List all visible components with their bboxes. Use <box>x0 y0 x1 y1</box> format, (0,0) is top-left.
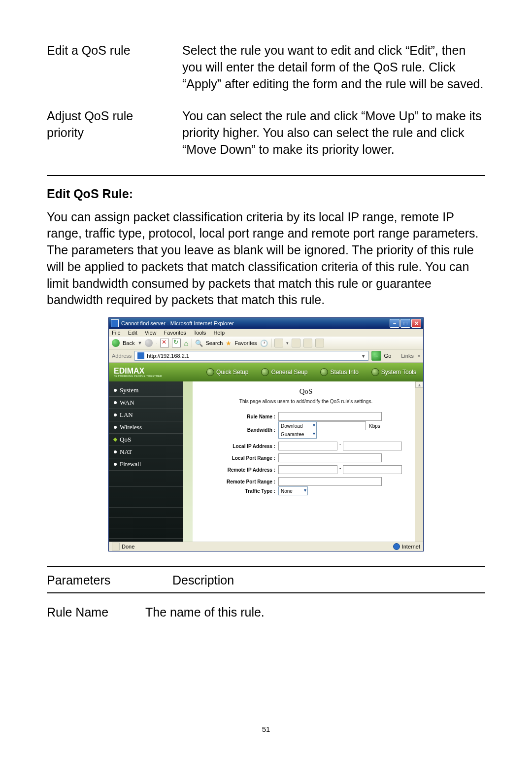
back-label[interactable]: Back <box>123 340 134 346</box>
desc-adjust-priority: You can select the rule and click “Move … <box>182 105 485 171</box>
divider <box>47 175 485 176</box>
label-kbps: Kbps <box>366 423 380 429</box>
favorites-icon[interactable]: ★ <box>226 340 232 347</box>
menu-favorites[interactable]: Favorites <box>164 330 186 336</box>
menu-file[interactable]: File <box>112 330 121 336</box>
ie-icon <box>111 319 119 327</box>
status-icon <box>112 543 120 551</box>
address-label: Address <box>112 353 132 359</box>
search-icon[interactable]: 🔍 <box>195 340 203 347</box>
desc-rule-name: The name of this rule. <box>145 605 265 619</box>
nav-status-info[interactable]: Status Info <box>320 368 358 376</box>
select-bandwidth-direction[interactable]: Download <box>278 421 317 430</box>
input-bandwidth-value[interactable] <box>317 421 366 430</box>
url-input[interactable]: http://192.168.2.1 ▼ <box>134 351 368 361</box>
header-description: Description <box>172 573 234 587</box>
menubar: File Edit View Favorites Tools Help <box>109 329 423 337</box>
menu-help[interactable]: Help <box>213 330 225 336</box>
label-traffic-type: Traffic Type : <box>201 488 278 494</box>
favorites-label[interactable]: Favorites <box>234 340 257 346</box>
label-local-ip: Local IP Address : <box>201 444 278 449</box>
home-icon[interactable]: ⌂ <box>184 340 188 347</box>
input-local-ip-from[interactable] <box>278 442 337 450</box>
input-rule-name[interactable] <box>278 412 382 421</box>
section-title: Edit QoS Rule: <box>47 187 485 201</box>
go-button[interactable]: → <box>371 351 381 361</box>
window-title: Cannot find server - Microsoft Internet … <box>121 320 390 326</box>
sidebar-item-qos[interactable]: QoS <box>109 434 183 446</box>
toolbar-misc-icon[interactable] <box>303 339 312 347</box>
nav-general-setup[interactable]: General Seup <box>261 368 307 376</box>
sidebar-item-wan[interactable]: WAN <box>109 397 183 409</box>
scrollbar[interactable] <box>415 381 423 542</box>
window-titlebar: Cannot find server - Microsoft Internet … <box>109 318 423 329</box>
input-local-port[interactable] <box>278 453 382 462</box>
label-bandwidth: Bandwidth : <box>201 427 278 433</box>
desc-edit-qos: Select the rule you want to edit and cli… <box>182 39 485 105</box>
toolbar-misc-icon[interactable] <box>274 339 283 347</box>
input-remote-port[interactable] <box>278 477 382 486</box>
refresh-icon[interactable] <box>172 339 181 347</box>
page-description: This page allows users to add/modify the… <box>201 399 410 404</box>
nav-icon <box>320 368 328 376</box>
sidebar-item-wireless[interactable]: Wireless <box>109 421 183 434</box>
status-text: Done <box>122 544 134 550</box>
stop-icon[interactable] <box>160 339 169 347</box>
minimize-button[interactable]: – <box>390 319 399 328</box>
history-icon[interactable]: 🕐 <box>260 340 268 347</box>
nav-icon <box>261 368 269 376</box>
links-label[interactable]: Links <box>401 353 414 359</box>
dash: - <box>337 465 343 474</box>
maximize-button[interactable]: □ <box>400 319 410 328</box>
chevron-down-icon[interactable]: ▼ <box>361 353 366 359</box>
brand-tagline: NETWORKING PEOPLE TOGETHER <box>114 375 193 378</box>
input-remote-ip-to[interactable] <box>343 465 402 474</box>
nav-icon <box>206 368 214 376</box>
divider <box>47 566 485 567</box>
menu-edit[interactable]: Edit <box>128 330 137 336</box>
toolbar-misc-icon[interactable] <box>292 339 300 347</box>
sidebar-item-lan[interactable]: LAN <box>109 409 183 421</box>
menu-view[interactable]: View <box>145 330 157 336</box>
sidebar-item-nat[interactable]: NAT <box>109 446 183 458</box>
table-row: Rule Name The name of this rule. <box>47 605 485 619</box>
search-label[interactable]: Search <box>206 340 223 346</box>
term-adjust-priority: Adjust QoS rule priority <box>47 105 182 171</box>
page-title: QoS <box>201 387 410 396</box>
input-remote-ip-from[interactable] <box>278 465 337 474</box>
label-rule-name: Rule Name : <box>201 414 278 419</box>
forward-icon[interactable] <box>145 339 153 347</box>
nav-system-tools[interactable]: System Tools <box>371 368 416 376</box>
table-header: Parameters Description <box>47 571 485 592</box>
sidebar-item-system[interactable]: System <box>109 384 183 397</box>
sidebar: System WAN LAN Wireless QoS NAT Firewall <box>109 381 193 542</box>
nav-icon <box>371 368 379 376</box>
ie-window: Cannot find server - Microsoft Internet … <box>108 317 424 551</box>
back-icon[interactable] <box>112 339 120 347</box>
select-bandwidth-mode[interactable]: Guarantee <box>278 430 317 439</box>
label-local-port: Local Port Range : <box>201 455 278 461</box>
zone-text: Internet <box>402 544 420 550</box>
close-button[interactable]: ✕ <box>411 319 421 328</box>
definitions-table-1: Edit a QoS rule Select the rule you want… <box>47 39 485 171</box>
dash: - <box>337 442 343 450</box>
screenshot: Cannot find server - Microsoft Internet … <box>47 317 485 551</box>
nav-quick-setup[interactable]: Quick Setup <box>206 368 248 376</box>
label-remote-port: Remote Port Range : <box>201 479 278 484</box>
status-bar: Done Internet <box>109 542 423 551</box>
toolbar: Back▼ · ⌂ 🔍 Search ★ Favorites 🕐 ▾ <box>109 337 423 349</box>
term-edit-qos: Edit a QoS rule <box>47 39 182 105</box>
page-icon <box>137 352 145 360</box>
header-parameters: Parameters <box>47 573 172 587</box>
term-rule-name: Rule Name <box>47 605 145 619</box>
input-local-ip-to[interactable] <box>343 442 402 450</box>
sidebar-item-firewall[interactable]: Firewall <box>109 458 183 471</box>
globe-icon <box>393 543 400 550</box>
menu-tools[interactable]: Tools <box>194 330 206 336</box>
body-paragraph: You can assign packet classification cri… <box>47 209 485 309</box>
page-number: 51 <box>0 725 532 733</box>
select-traffic-type[interactable]: None <box>278 486 308 495</box>
toolbar-misc-icon[interactable] <box>315 339 324 347</box>
content-pane: QoS This page allows users to add/modify… <box>193 381 423 542</box>
address-bar: Address http://192.168.2.1 ▼ → Go Links … <box>109 349 423 363</box>
